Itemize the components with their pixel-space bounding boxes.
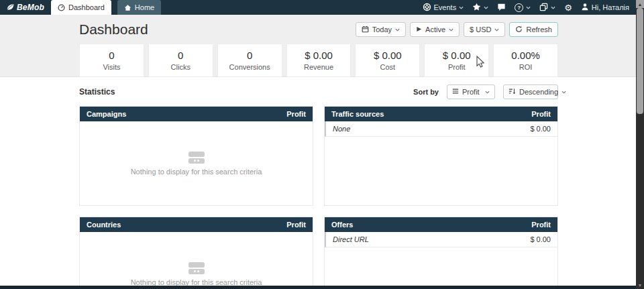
panel-title: Traffic sources [331,110,384,118]
metric-label: Clicks [171,63,191,71]
empty-state-text: Nothing to display for this search crite… [131,168,262,176]
metric-value: 0 [178,50,183,61]
metric-value: 0 [109,50,114,61]
row-value: $ 0.00 [530,125,551,133]
chevron-down-icon [494,27,499,32]
table-row[interactable]: Direct URL $ 0.00 [325,232,557,247]
chevron-down-icon [395,27,400,32]
chat-button[interactable] [497,3,506,13]
help-icon: ? [515,3,523,12]
dashboard-gauge-icon [58,4,65,11]
statistics-section: Statistics Sort by Profit [0,84,644,289]
chevron-down-icon [526,5,531,10]
user-icon [581,3,589,12]
metric-value: 0 [247,50,252,61]
events-label: Events [434,3,457,11]
sort-field-select[interactable]: Profit [447,84,495,99]
tab-bar: Dashboard Home [51,0,167,15]
workspaces-menu[interactable] [539,3,555,13]
dashboard-hero: Dashboard Today [0,15,644,77]
panel-value-header: Profit [286,221,306,229]
currency-label: $ USD [470,25,491,34]
bemob-logo-text: BeMob [17,3,44,12]
metric-label: Conversions [229,63,270,71]
sort-by-label: Sort by [413,88,439,96]
vertical-scrollbar[interactable]: ▲ ▼ [636,0,644,289]
favorites-menu[interactable] [472,3,488,13]
panel-campaigns: Campaigns Profit Nothing to display for … [79,106,313,206]
sort-field-value: Profit [462,88,482,96]
panel-offers: Offers Profit Direct URL $ 0.00 [324,217,558,289]
layers-icon [539,3,548,13]
panel-header: Offers Profit [325,217,557,232]
metric-value: $ 0.00 [443,50,471,61]
table-row[interactable]: None $ 0.00 [325,121,557,137]
list-icon [452,88,459,96]
user-menu[interactable]: Hi, Наталія [581,3,629,12]
panel-body: Direct URL $ 0.00 [325,232,557,289]
scrollbar-thumb[interactable] [637,8,643,114]
metric-value: 0.00% [511,50,540,61]
tab-home[interactable]: Home [117,0,161,15]
metric-card-clicks: 0 Clicks [148,44,213,77]
events-lifering-icon [423,3,431,13]
scroll-down-arrow-icon[interactable]: ▼ [636,281,644,289]
home-icon [124,4,131,11]
chevron-down-icon [561,90,566,95]
chevron-down-icon [551,5,555,10]
scroll-up-arrow-icon[interactable]: ▲ [636,0,644,8]
metric-label: Revenue [304,63,333,71]
user-greeting: Hi, Наталія [592,3,629,11]
panel-header: Campaigns Profit [80,107,313,121]
dashboard-controls: Today Active [356,22,558,37]
panel-body: None $ 0.00 [325,121,557,205]
panel-header: Traffic sources Profit [325,107,557,121]
calendar-icon [362,25,369,34]
panel-value-header: Profit [531,221,551,229]
help-menu[interactable]: ? [515,3,531,12]
tab-dashboard[interactable]: Dashboard [51,0,111,15]
sort-direction-select[interactable]: Descending [503,84,558,99]
topbar: BeMob Dashboard Home Events [0,0,644,15]
panel-body: Nothing to display for this search crite… [80,232,313,289]
events-menu[interactable]: Events [423,3,464,13]
panel-countries: Countries Profit Nothing to display for … [79,217,313,289]
metric-value: $ 0.00 [374,50,402,61]
refresh-button[interactable]: Refresh [509,22,558,37]
panel-value-header: Profit [286,110,306,118]
panel-value-header: Profit [531,110,551,118]
chevron-down-icon [449,27,453,32]
metric-card-revenue: $ 0.00 Revenue [286,44,352,77]
empty-state: Nothing to display for this search crite… [80,232,313,289]
metric-label: ROI [519,63,533,71]
tab-home-label: Home [135,3,154,11]
settings-button[interactable]: ⚙ [564,3,572,12]
gear-icon: ⚙ [564,3,572,12]
chevron-down-icon [484,5,488,10]
statistics-title: Statistics [79,87,115,97]
empty-state: Nothing to display for this search crite… [80,121,313,205]
page-title: Dashboard [79,21,148,38]
date-range-button[interactable]: Today [356,22,406,37]
metric-label: Profit [448,63,466,71]
star-icon [472,3,481,13]
metric-card-roi: 0.00% ROI [493,44,558,77]
status-filter-button[interactable]: Active [410,22,460,37]
date-range-label: Today [372,25,392,34]
currency-button[interactable]: $ USD [464,22,505,37]
status-filter-label: Active [425,25,445,34]
bemob-logo-icon [6,3,15,13]
tab-dashboard-label: Dashboard [68,3,105,11]
panel-traffic-sources: Traffic sources Profit None $ 0.00 [324,106,558,206]
empty-inbox-icon [189,152,205,164]
play-icon [416,25,422,34]
metric-card-visits: 0 Visits [79,44,144,77]
metric-card-profit: $ 0.00 Profit [424,44,489,77]
chat-bubble-icon [497,3,506,13]
chevron-down-icon [459,5,464,10]
metric-card-conversions: 0 Conversions [217,44,282,77]
row-value: $ 0.00 [530,235,551,243]
bemob-logo[interactable]: BeMob [0,0,51,15]
panel-title: Countries [87,221,121,229]
empty-state-text: Nothing to display for this search crite… [131,278,262,286]
